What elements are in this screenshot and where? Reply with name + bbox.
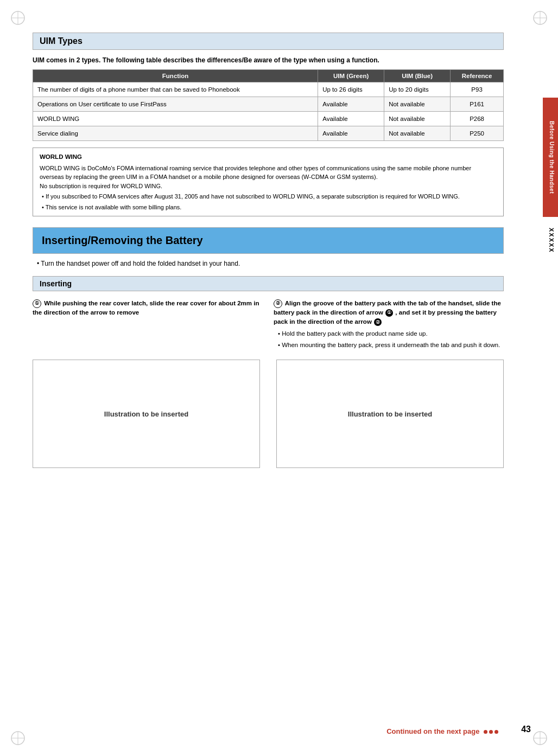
corner-mark-br [532,730,548,746]
side-tab: Before Using the Handset [543,98,558,217]
cell-function: The number of digits of a phone number t… [33,82,318,97]
table-row: The number of digits of a phone number t… [33,82,504,97]
corner-mark-tr [532,10,548,26]
continued-text: Continued on the next page [386,727,479,735]
table-header-green: UIM (Green) [318,70,384,82]
note-box: WORLD WING WORLD WING is DoCoMo's FOMA i… [33,148,504,216]
illustration-label-2: Illustration to be inserted [348,410,432,418]
page-container: Before Using the Handset XXXXX UIM Types… [0,0,558,756]
cell-ref: P250 [451,126,504,141]
step1-title: ① While pushing the rear cover latch, sl… [33,299,263,318]
cell-blue: Up to 20 digits [384,82,451,97]
step2-title: ② Align the groove of the battery pack w… [274,299,504,327]
uim-section-header: UIM Types [33,33,504,50]
cell-ref: P268 [451,112,504,126]
step2-arrow1: ① [385,309,393,317]
cell-function: WORLD WING [33,112,318,126]
uim-section: UIM Types UIM comes in 2 types. The foll… [33,33,504,216]
battery-section: Inserting/Removing the Battery • Turn th… [33,227,504,468]
cell-function: Service dialing [33,126,318,141]
illustration-box-2: Illustration to be inserted [276,360,504,468]
continued-footer: Continued on the next page [33,727,515,735]
xxxxx-label: XXXXX [548,228,555,253]
dot-2 [489,730,493,734]
table-header-function: Function [33,70,318,82]
step2-col: ② Align the groove of the battery pack w… [274,299,504,350]
cell-blue: Not available [384,112,451,126]
note-body: WORLD WING is DoCoMo's FOMA internationa… [40,164,497,191]
side-tab-text: Before Using the Handset [549,121,555,194]
step1-text: While pushing the rear cover latch, slid… [33,300,259,316]
cell-blue: Not available [384,126,451,141]
cell-green: Available [318,126,384,141]
dot-3 [494,730,498,734]
table-row: Service dialing Available Not available … [33,126,504,141]
battery-section-header: Inserting/Removing the Battery [33,227,504,254]
note-bullet: • If you subscribed to FOMA services aft… [40,192,497,201]
uim-intro: UIM comes in 2 types. The following tabl… [33,55,504,65]
illustration-label-1: Illustration to be inserted [104,410,188,418]
table-header-ref: Reference [451,70,504,82]
step2-bullet: • When mounting the battery pack, press … [274,341,504,350]
step1-circle: ① [33,299,41,308]
step2-bullet: • Hold the battery pack with the product… [274,329,504,338]
cell-blue: Not available [384,97,451,112]
note-bullet: • This service is not available with som… [40,203,497,212]
uim-table: Function UIM (Green) UIM (Blue) Referenc… [33,69,504,141]
instructions-row: ① While pushing the rear cover latch, sl… [33,299,504,350]
step2-arrow2: ② [374,318,382,326]
table-header-blue: UIM (Blue) [384,70,451,82]
cell-green: Available [318,112,384,126]
cell-ref: P93 [451,82,504,97]
table-row: Operations on User certificate to use Fi… [33,97,504,112]
table-row: WORLD WING Available Not available P268 [33,112,504,126]
battery-intro-text: Turn the handset power off and hold the … [41,260,240,267]
corner-mark-bl [10,730,26,746]
page-number: 43 [521,725,531,734]
illustration-box-1: Illustration to be inserted [33,360,260,468]
cell-green: Up to 26 digits [318,82,384,97]
battery-intro: • Turn the handset power off and hold th… [33,259,504,268]
bullet-char: • [37,260,39,267]
step2-circle: ② [274,299,282,308]
inserting-subsection-header: Inserting [33,276,504,291]
illustrations-row: Illustration to be inserted Illustration… [33,360,504,468]
corner-mark-tl [10,10,26,26]
continued-dots [484,730,498,734]
cell-ref: P161 [451,97,504,112]
note-title: WORLD WING [40,152,497,162]
cell-function: Operations on User certificate to use Fi… [33,97,318,112]
cell-green: Available [318,97,384,112]
main-content: UIM Types UIM comes in 2 types. The foll… [33,33,504,468]
step1-col: ① While pushing the rear cover latch, sl… [33,299,263,350]
dot-1 [484,730,487,734]
